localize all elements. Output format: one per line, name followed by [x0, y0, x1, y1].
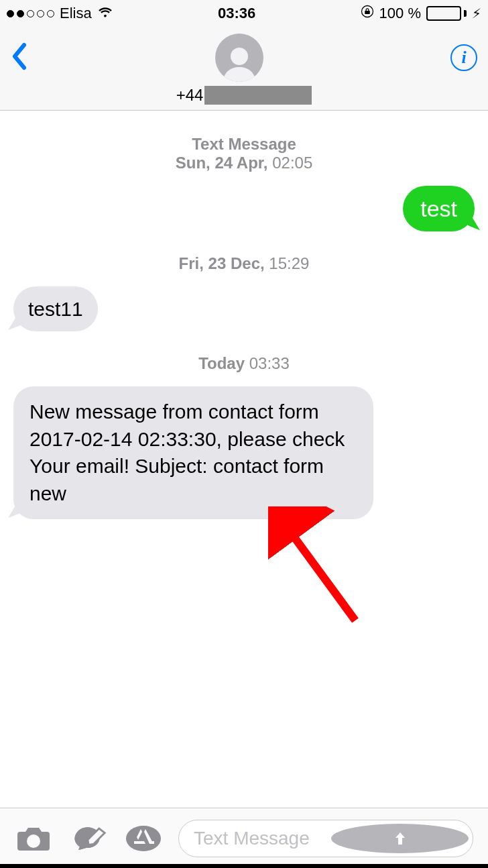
contact-avatar[interactable] — [215, 34, 263, 82]
date-separator-2: Fri, 23 Dec, 15:29 — [13, 254, 475, 273]
rotation-lock-icon — [361, 5, 374, 22]
message-outgoing[interactable]: test — [13, 186, 475, 231]
status-time: 03:36 — [218, 5, 255, 22]
message-bubble: test11 — [13, 286, 98, 331]
status-right: 100 % ⚡︎ — [361, 5, 481, 22]
wifi-icon — [97, 5, 113, 22]
message-bubble: test — [403, 186, 475, 231]
digital-touch-icon[interactable] — [68, 824, 109, 853]
date-separator-1: Text Message Sun, 24 Apr, 02:05 — [13, 135, 475, 172]
contact-phone[interactable]: +44 — [11, 86, 477, 105]
date-separator-3: Today 03:33 — [13, 354, 475, 373]
message-incoming[interactable]: New message from contact form 2017-02-14… — [13, 386, 475, 519]
signal-strength-icon — [7, 10, 54, 17]
status-left: Elisa — [7, 5, 113, 22]
message-bubble: New message from contact form 2017-02-14… — [13, 386, 373, 519]
nav-bar: i +44 — [0, 27, 488, 111]
annotation-arrow-icon — [268, 506, 369, 630]
camera-icon[interactable] — [15, 824, 52, 853]
back-button[interactable] — [11, 42, 28, 73]
compose-bar: Text Message — [0, 808, 488, 868]
battery-percent: 100 % — [379, 5, 421, 22]
svg-line-2 — [282, 520, 355, 620]
message-incoming[interactable]: test11 — [13, 286, 475, 331]
message-input[interactable]: Text Message — [178, 820, 473, 857]
charging-icon: ⚡︎ — [472, 5, 481, 21]
chat-area[interactable]: Text Message Sun, 24 Apr, 02:05 test Fri… — [0, 111, 488, 804]
carrier-label: Elisa — [60, 5, 92, 22]
phone-prefix: +44 — [176, 86, 204, 105]
send-button[interactable] — [331, 824, 469, 853]
message-type-label: Text Message — [13, 135, 475, 154]
app-store-icon[interactable] — [125, 824, 162, 853]
info-button[interactable]: i — [450, 44, 477, 71]
phone-redacted — [204, 86, 312, 105]
svg-point-1 — [231, 48, 248, 65]
svg-point-3 — [126, 826, 161, 851]
status-bar: Elisa 03:36 100 % ⚡︎ — [0, 0, 488, 27]
bottom-border — [0, 864, 488, 868]
battery-icon — [426, 6, 467, 21]
message-placeholder: Text Message — [194, 828, 331, 849]
